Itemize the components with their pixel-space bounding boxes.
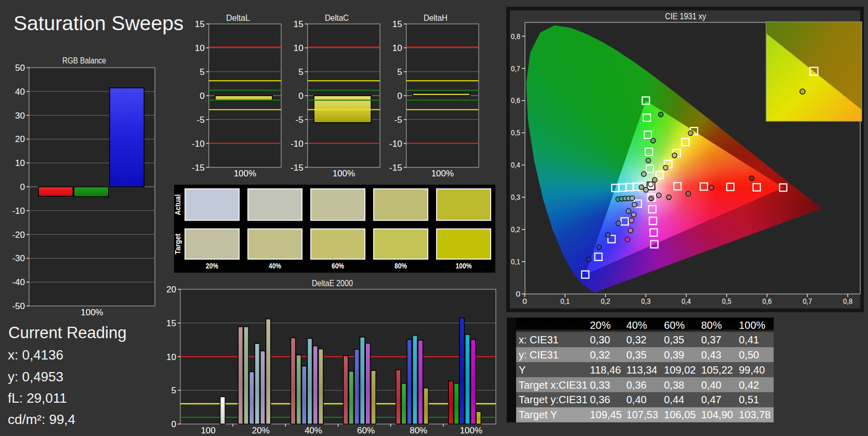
svg-text:113,34: 113,34 [626, 364, 657, 376]
svg-text:20%: 20% [206, 261, 218, 270]
svg-text:DeltaH: DeltaH [424, 13, 448, 23]
svg-text:60%: 60% [332, 261, 344, 270]
svg-text:107,53: 107,53 [626, 409, 658, 420]
svg-text:15: 15 [392, 19, 402, 29]
svg-text:40%: 40% [626, 319, 647, 331]
svg-text:100%: 100% [81, 307, 103, 317]
svg-text:-5: -5 [296, 115, 304, 125]
svg-text:10: 10 [166, 352, 176, 362]
svg-text:-15: -15 [291, 163, 304, 173]
svg-text:0,40: 0,40 [701, 379, 721, 391]
svg-text:Target: Target [174, 234, 182, 254]
svg-text:0,35: 0,35 [664, 334, 685, 345]
svg-text:5: 5 [172, 386, 176, 395]
svg-text:0: 0 [298, 91, 303, 101]
svg-text:100%: 100% [456, 261, 472, 270]
svg-text:0,37: 0,37 [701, 334, 721, 345]
svg-text:-15: -15 [389, 163, 402, 173]
svg-text:0: 0 [200, 91, 204, 101]
svg-text:15: 15 [166, 318, 176, 328]
svg-text:fL: 29,011: fL: 29,011 [8, 390, 67, 406]
svg-text:0: 0 [20, 182, 25, 192]
svg-text:0,41: 0,41 [739, 334, 759, 345]
svg-text:0,5: 0,5 [511, 128, 520, 137]
svg-text:RGB Balance: RGB Balance [62, 56, 106, 66]
svg-text:-40: -40 [12, 277, 25, 287]
svg-text:-10: -10 [192, 139, 205, 149]
svg-text:Current Reading: Current Reading [8, 324, 126, 342]
svg-text:10: 10 [195, 43, 205, 53]
svg-text:-5: -5 [197, 115, 205, 125]
svg-text:Target Y: Target Y [519, 409, 557, 420]
svg-text:DeltaC: DeltaC [325, 13, 349, 23]
svg-text:40%: 40% [269, 261, 281, 270]
svg-text:40%: 40% [305, 426, 322, 435]
svg-text:-20: -20 [12, 230, 25, 240]
svg-text:103,78: 103,78 [739, 409, 771, 420]
svg-text:-10: -10 [389, 139, 402, 149]
svg-text:100: 100 [201, 426, 215, 435]
svg-text:0: 0 [172, 419, 176, 429]
svg-text:0,2: 0,2 [511, 225, 520, 234]
svg-text:-10: -10 [12, 206, 25, 216]
svg-text:109,45: 109,45 [590, 409, 622, 420]
svg-text:0,1: 0,1 [560, 297, 570, 305]
svg-text:0,30: 0,30 [590, 334, 610, 345]
svg-text:0,40: 0,40 [626, 394, 647, 405]
svg-text:0,43: 0,43 [701, 349, 721, 361]
svg-text:0,3: 0,3 [511, 193, 520, 201]
svg-text:106,05: 106,05 [664, 409, 696, 420]
svg-text:DeltaL: DeltaL [226, 13, 250, 23]
svg-text:105,22: 105,22 [701, 364, 733, 376]
svg-text:60%: 60% [357, 426, 375, 435]
svg-text:40: 40 [15, 87, 25, 97]
svg-text:99,40: 99,40 [739, 364, 765, 376]
svg-text:x: 0,4136: x: 0,4136 [8, 347, 63, 363]
svg-text:10: 10 [294, 43, 304, 53]
svg-text:60%: 60% [664, 319, 685, 331]
svg-text:109,02: 109,02 [664, 364, 696, 376]
svg-text:0,7: 0,7 [511, 64, 520, 73]
svg-text:0: 0 [522, 297, 527, 305]
svg-text:0,32: 0,32 [626, 334, 647, 345]
svg-text:-15: -15 [192, 163, 205, 173]
svg-text:80%: 80% [410, 426, 427, 435]
svg-text:10: 10 [392, 43, 402, 53]
svg-text:Saturation Sweeps: Saturation Sweeps [14, 12, 183, 34]
svg-text:0: 0 [397, 91, 402, 101]
svg-text:104,90: 104,90 [701, 409, 733, 420]
svg-text:Target y:CIE31: Target y:CIE31 [519, 394, 587, 405]
svg-text:20: 20 [166, 285, 176, 294]
svg-text:0,8: 0,8 [843, 297, 852, 305]
svg-text:5: 5 [200, 67, 204, 77]
svg-text:0,32: 0,32 [590, 349, 610, 361]
svg-text:15: 15 [294, 19, 304, 29]
svg-text:cd/m²: 99,4: cd/m²: 99,4 [8, 412, 75, 427]
svg-text:20: 20 [15, 134, 25, 144]
svg-text:0,47: 0,47 [701, 394, 721, 405]
svg-text:118,46: 118,46 [590, 364, 621, 376]
svg-text:Actual: Actual [174, 195, 182, 215]
svg-text:0,6: 0,6 [511, 96, 520, 105]
svg-text:0,51: 0,51 [739, 394, 759, 405]
svg-text:0,1: 0,1 [511, 257, 520, 266]
svg-text:5: 5 [397, 67, 402, 77]
svg-text:30: 30 [15, 111, 25, 121]
svg-text:100%: 100% [234, 169, 256, 178]
svg-text:Y: Y [519, 364, 525, 376]
svg-text:0,35: 0,35 [626, 349, 647, 361]
svg-text:0,6: 0,6 [762, 297, 772, 305]
svg-text:y: CIE31: y: CIE31 [519, 349, 559, 361]
svg-text:0,3: 0,3 [641, 297, 651, 305]
svg-text:20%: 20% [252, 426, 270, 435]
svg-text:0,4: 0,4 [681, 297, 691, 305]
svg-text:-5: -5 [394, 115, 402, 125]
svg-text:DeltaE 2000: DeltaE 2000 [312, 278, 353, 288]
svg-text:100%: 100% [739, 319, 766, 331]
svg-text:80%: 80% [394, 261, 407, 270]
svg-text:0,36: 0,36 [590, 394, 610, 405]
svg-text:-30: -30 [12, 253, 25, 263]
svg-text:0,50: 0,50 [739, 349, 759, 361]
svg-text:100%: 100% [431, 169, 454, 178]
svg-text:50: 50 [15, 63, 25, 73]
